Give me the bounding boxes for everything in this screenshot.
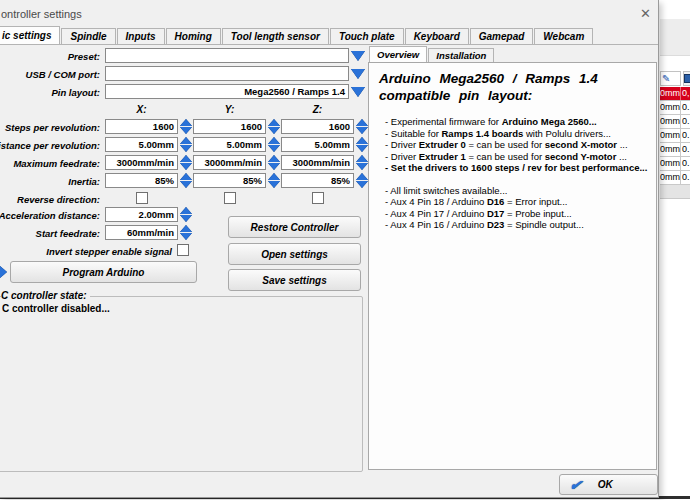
tab-webcam[interactable]: Webcam	[534, 28, 593, 44]
tool-icon	[683, 71, 690, 86]
inertia-y-spinner[interactable]	[268, 173, 281, 188]
acceleration-distance-input[interactable]: 2.00mm	[105, 207, 178, 222]
distance-z-input[interactable]: 5.00mm	[281, 137, 354, 152]
tab-underline	[0, 44, 658, 45]
title-bar: ontroller settings ✕	[0, 0, 658, 26]
tab-overview[interactable]: Overview	[369, 46, 427, 63]
save-settings-button[interactable]: Save settings	[228, 269, 361, 291]
invert-stepper-enable-label: Invert stepper enable signal	[12, 244, 172, 259]
pin-layout-heading: Arduino Mega2560 / Ramps 1.4 compatible …	[379, 70, 656, 104]
steps-per-revolution-label: Steps per revolution:	[0, 120, 100, 135]
inertia-label: Inertia:	[0, 174, 100, 189]
start-feedrate-label: Start feedrate:	[0, 226, 100, 241]
program-arduino-button[interactable]: Program Arduino	[10, 261, 197, 283]
tab-inputs[interactable]: Inputs	[117, 28, 165, 44]
table-row: 0mm0.	[660, 143, 690, 157]
usb-com-port-input[interactable]	[105, 66, 349, 81]
steps-y-input[interactable]: 1600	[193, 119, 266, 134]
feedrate-y-spinner[interactable]	[268, 155, 281, 170]
acceleration-distance-label: Acceleration distance:	[0, 208, 100, 223]
pin-layout-notes-top: - Experimental firmware for Arduino Mega…	[385, 116, 656, 174]
tab-tool-length-sensor[interactable]: Tool length sensor	[222, 28, 329, 44]
start-feedrate-input[interactable]: 60mm/min	[105, 225, 178, 240]
pin-layout-label: Pin layout:	[0, 85, 100, 100]
feedrate-z-input[interactable]: 3000mm/min	[281, 155, 354, 170]
background-app-window: ✎ 0mm0, 0mm0. 0mm0. 0mm0. 0mm0. 0mm0.	[658, 0, 690, 497]
reverse-z-checkbox[interactable]	[312, 192, 324, 204]
table-row: 0mm0.	[660, 129, 690, 143]
overview-panel: Arduino Mega2560 / Ramps 1.4 compatible …	[368, 62, 657, 470]
usb-com-port-label: USB / COM port:	[0, 67, 100, 82]
note-line: - Set the drivers to 1600 steps / rev fo…	[385, 162, 656, 174]
restore-controller-button[interactable]: Restore Controller	[228, 216, 361, 238]
ok-button-label: OK	[598, 479, 613, 490]
controller-state-groupbox	[0, 296, 363, 472]
tab-spindle[interactable]: Spindle	[61, 28, 115, 44]
preset-input[interactable]	[105, 48, 349, 63]
controller-state-title: C controller state:	[1, 290, 90, 301]
feedrate-y-input[interactable]: 3000mm/min	[193, 155, 266, 170]
preset-dropdown-icon[interactable]	[351, 51, 365, 61]
acceleration-distance-spinner[interactable]	[180, 207, 193, 222]
feedrate-x-spinner[interactable]	[180, 155, 193, 170]
tab-keyboard[interactable]: Keyboard	[405, 28, 469, 44]
info-tab-bar: Overview Installation	[369, 46, 495, 63]
note-line: - Experimental firmware for Arduino Mega…	[385, 116, 656, 128]
pin-layout-notes-bottom: - All limit switches available...- Aux 4…	[385, 185, 656, 231]
inertia-z-input[interactable]: 85%	[281, 173, 354, 188]
reverse-x-checkbox[interactable]	[136, 192, 148, 204]
controller-settings-dialog: ontroller settings ✕ ic settings Spindle…	[0, 0, 659, 498]
steps-z-input[interactable]: 1600	[281, 119, 354, 134]
inertia-x-spinner[interactable]	[180, 173, 193, 188]
note-line: - Aux 4 Pin 16 / Arduino D23 = Spindle o…	[385, 219, 656, 231]
controller-state-status: C controller disabled...	[2, 303, 110, 314]
ok-button[interactable]: ✔ OK	[559, 474, 658, 495]
steps-x-spinner[interactable]	[180, 119, 193, 134]
reverse-y-checkbox[interactable]	[224, 192, 236, 204]
note-line: - Suitable for Ramps 1.4 boards with Pol…	[385, 128, 656, 140]
pin-layout-dropdown-icon[interactable]	[351, 87, 365, 97]
close-icon[interactable]: ✕	[640, 6, 651, 21]
program-arduino-arrow-icon	[0, 266, 7, 278]
steps-y-spinner[interactable]	[268, 119, 281, 134]
screen: ✎ 0mm0, 0mm0. 0mm0. 0mm0. 0mm0. 0mm0.	[0, 0, 690, 500]
distance-y-input[interactable]: 5.00mm	[193, 137, 266, 152]
maximum-feedrate-label: Maximum feedrate:	[0, 156, 100, 171]
tab-homing[interactable]: Homing	[166, 28, 221, 44]
usb-com-port-dropdown-icon[interactable]	[351, 69, 365, 79]
distance-x-spinner[interactable]	[180, 137, 193, 152]
tab-gamepad[interactable]: Gamepad	[470, 28, 534, 44]
table-row: 0mm0.	[660, 171, 690, 185]
note-line: - Driver Extruder 1 = can be used for se…	[385, 151, 656, 163]
reverse-direction-label: Reverse direction:	[0, 192, 100, 207]
tab-touch-plate[interactable]: Touch plate	[330, 28, 404, 44]
note-line: - Aux 4 Pin 17 / Arduino D17 = Probe inp…	[385, 208, 656, 220]
z-column-header: Z:	[281, 104, 354, 115]
table-row: 0mm0.	[660, 101, 690, 115]
background-table-header: ✎	[660, 71, 690, 86]
feedrate-x-input[interactable]: 3000mm/min	[105, 155, 178, 170]
inertia-x-input[interactable]: 85%	[105, 173, 178, 188]
distance-x-input[interactable]: 5.00mm	[105, 137, 178, 152]
table-empty-row	[660, 185, 690, 199]
table-row: 0mm0,	[660, 87, 690, 101]
tab-installation[interactable]: Installation	[428, 48, 494, 63]
inertia-y-input[interactable]: 85%	[193, 173, 266, 188]
invert-stepper-enable-checkbox[interactable]	[177, 244, 189, 256]
tab-basic-settings[interactable]: ic settings	[0, 26, 60, 44]
note-line: - All limit switches available...	[385, 185, 656, 197]
table-row: 0mm0.	[660, 157, 690, 171]
settings-tab-bar: ic settings Spindle Inputs Homing Tool l…	[0, 27, 658, 44]
distance-y-spinner[interactable]	[268, 137, 281, 152]
y-column-header: Y:	[193, 104, 266, 115]
pin-layout-input[interactable]: Mega2560 / Ramps 1.4	[105, 84, 349, 99]
steps-x-input[interactable]: 1600	[105, 119, 178, 134]
pencil-icon: ✎	[660, 71, 681, 86]
background-toolbar-band	[660, 19, 690, 56]
distance-per-revolution-label: Distance per revolution:	[0, 138, 100, 153]
dialog-title: ontroller settings	[1, 8, 82, 20]
open-settings-button[interactable]: Open settings	[228, 243, 361, 265]
note-line: - Aux 4 Pin 18 / Arduino D16 = Error inp…	[385, 196, 656, 208]
start-feedrate-spinner[interactable]	[180, 225, 193, 240]
coordinate-table: 0mm0, 0mm0. 0mm0. 0mm0. 0mm0. 0mm0. 0mm0…	[660, 87, 690, 199]
